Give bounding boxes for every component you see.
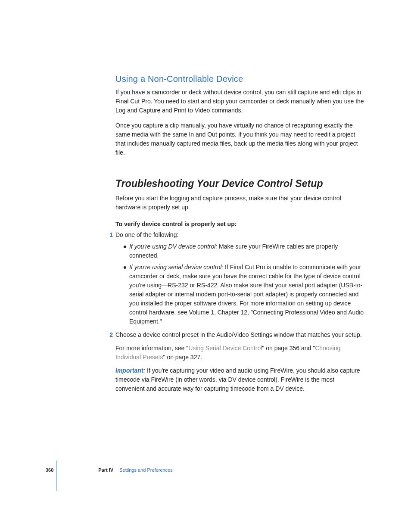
list-item: If you're using DV device control: Make … bbox=[123, 242, 364, 260]
page-number: 360 bbox=[46, 467, 53, 474]
bullet-lead: If you're using DV device control: bbox=[129, 243, 217, 250]
step-1: 1 Do one of the following: If you're usi… bbox=[115, 230, 364, 326]
step-number: 1 bbox=[108, 230, 113, 240]
page-content: Using a Non-Controllable Device If you h… bbox=[0, 0, 411, 393]
main-heading-troubleshooting: Troubleshooting Your Device Control Setu… bbox=[115, 176, 364, 191]
paragraph: Once you capture a clip manually, you ha… bbox=[115, 121, 364, 157]
step-text: Choose a device control preset in the Au… bbox=[115, 331, 362, 338]
paragraph: For more information, see "Using Serial … bbox=[115, 344, 364, 362]
step-2: 2 Choose a device control preset in the … bbox=[115, 330, 364, 393]
step-number: 2 bbox=[108, 330, 113, 339]
footer-section: Settings and Preferences bbox=[119, 467, 173, 474]
bullet-lead: If you're using serial device control: bbox=[129, 264, 223, 271]
text: " on page 356 and " bbox=[262, 345, 315, 352]
bullet-text: If Final Cut Pro is unable to communicat… bbox=[129, 264, 364, 325]
procedure-label: To verify device control is properly set… bbox=[115, 220, 364, 229]
important-text: If you're capturing your video and audio… bbox=[115, 367, 360, 392]
important-note: Important: If you're capturing your vide… bbox=[115, 366, 364, 393]
link-serial-device-control[interactable]: Using Serial Device Control bbox=[188, 345, 262, 352]
bullet-list: If you're using DV device control: Make … bbox=[123, 242, 364, 326]
page-footer: 360 Part IV Settings and Preferences bbox=[46, 467, 173, 474]
list-item: If you're using serial device control: I… bbox=[123, 263, 364, 326]
text: For more information, see " bbox=[115, 345, 188, 352]
vertical-rule bbox=[56, 460, 56, 491]
paragraph: Before you start the logging and capture… bbox=[115, 194, 364, 212]
important-label: Important: bbox=[115, 367, 145, 374]
section-heading-noncontrollable: Using a Non-Controllable Device bbox=[115, 72, 364, 85]
footer-breadcrumb: Part IV Settings and Preferences bbox=[98, 467, 172, 474]
step-text: Do one of the following: bbox=[115, 231, 178, 238]
text: " on page 327. bbox=[163, 354, 202, 361]
footer-part: Part IV bbox=[98, 467, 113, 474]
paragraph: If you have a camcorder or deck without … bbox=[115, 88, 364, 115]
